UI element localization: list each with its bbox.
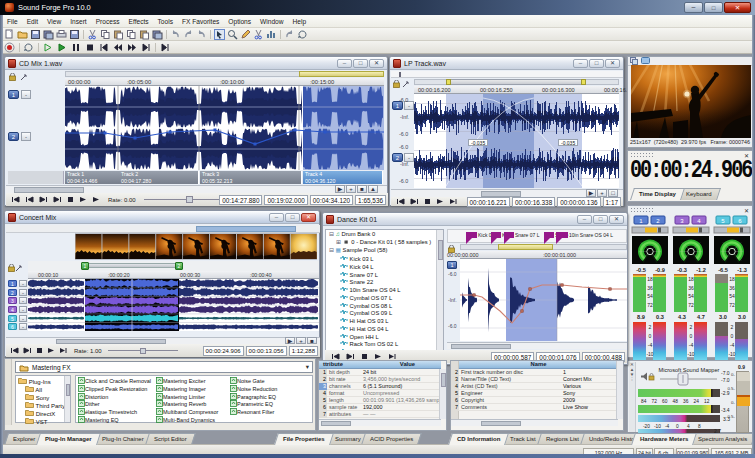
svg-text:-7.0: -7.0 bbox=[721, 377, 730, 383]
svg-text:36: 36 bbox=[688, 285, 694, 291]
svg-text:-3.4: -3.4 bbox=[721, 407, 730, 413]
svg-text:72: 72 bbox=[647, 302, 653, 308]
svg-text:54: 54 bbox=[729, 293, 735, 299]
svg-text:Microsoft Sound Mapper: Microsoft Sound Mapper bbox=[659, 367, 720, 373]
svg-text:54: 54 bbox=[688, 293, 694, 299]
svg-text:2: 2 bbox=[731, 324, 734, 330]
svg-text:0: 0 bbox=[649, 333, 652, 339]
svg-text:12: 12 bbox=[704, 399, 710, 404]
svg-text:0: 0 bbox=[731, 333, 734, 339]
svg-text:-6.5: -6.5 bbox=[718, 267, 728, 273]
svg-text:4.3: 4.3 bbox=[678, 314, 686, 320]
svg-text:36: 36 bbox=[683, 399, 689, 404]
svg-text:8: 8 bbox=[698, 424, 701, 429]
svg-text:-1.3: -1.3 bbox=[737, 267, 747, 273]
svg-text:-0.5: -0.5 bbox=[636, 267, 646, 273]
svg-text:18: 18 bbox=[647, 276, 653, 282]
svg-text:-4: -4 bbox=[648, 342, 653, 348]
svg-text:8.9: 8.9 bbox=[637, 314, 645, 320]
svg-text:36: 36 bbox=[647, 285, 653, 291]
svg-text:-4: -4 bbox=[730, 342, 735, 348]
svg-text:-20: -20 bbox=[643, 424, 650, 429]
svg-text:72: 72 bbox=[652, 399, 658, 404]
svg-text:3.0: 3.0 bbox=[738, 314, 746, 320]
svg-text:-4: -4 bbox=[665, 424, 670, 429]
svg-text:0.3: 0.3 bbox=[656, 314, 664, 320]
svg-text:0: 0 bbox=[690, 333, 693, 339]
svg-text:72: 72 bbox=[729, 302, 735, 308]
svg-text:-10: -10 bbox=[646, 351, 653, 357]
svg-text:0: 0 bbox=[676, 424, 679, 429]
svg-text:-4: -4 bbox=[689, 342, 694, 348]
svg-text:4.7: 4.7 bbox=[697, 314, 705, 320]
svg-text:18: 18 bbox=[688, 276, 694, 282]
svg-text:-10: -10 bbox=[728, 351, 735, 357]
svg-text:3.0: 3.0 bbox=[719, 314, 727, 320]
svg-text:18: 18 bbox=[729, 276, 735, 282]
svg-text:-10: -10 bbox=[687, 351, 694, 357]
svg-text:-1.2: -1.2 bbox=[696, 267, 706, 273]
svg-text:48: 48 bbox=[673, 399, 679, 404]
svg-text:-0.3: -0.3 bbox=[677, 267, 687, 273]
svg-text:-0.9: -0.9 bbox=[655, 267, 665, 273]
svg-text:84: 84 bbox=[641, 399, 647, 404]
svg-text:60: 60 bbox=[662, 399, 668, 404]
svg-text:24: 24 bbox=[694, 399, 700, 404]
svg-text:-10: -10 bbox=[654, 424, 661, 429]
svg-text:4: 4 bbox=[687, 424, 690, 429]
svg-text:72: 72 bbox=[688, 302, 694, 308]
svg-text:2: 2 bbox=[649, 324, 652, 330]
svg-text:36: 36 bbox=[729, 285, 735, 291]
svg-text:54: 54 bbox=[647, 293, 653, 299]
svg-text:2: 2 bbox=[690, 324, 693, 330]
